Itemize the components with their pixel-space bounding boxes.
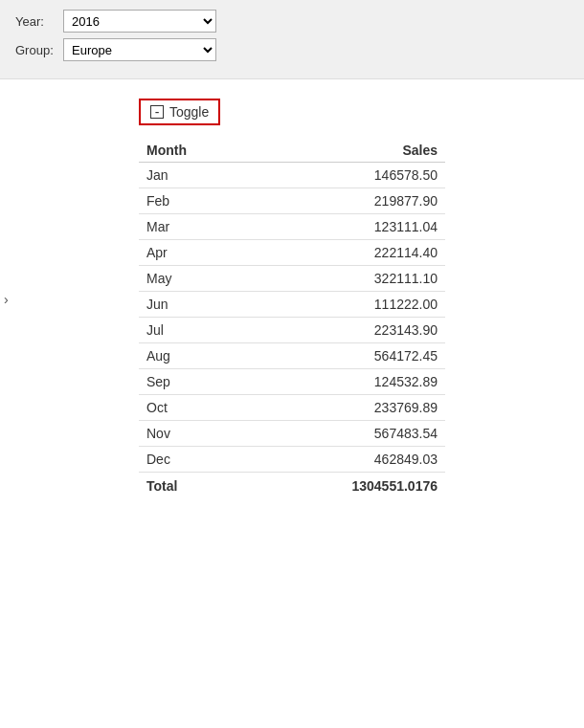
table-row: Aug564172.45 [139, 343, 445, 369]
table-header-row: Month Sales [139, 139, 445, 163]
month-cell: Apr [139, 240, 247, 266]
month-cell: May [139, 266, 247, 292]
side-arrow-icon[interactable]: › [4, 292, 9, 307]
month-cell: Nov [139, 421, 247, 447]
table-row: Apr222114.40 [139, 240, 445, 266]
group-filter-row: Group: Europe [15, 38, 569, 61]
table-body: Jan146578.50Feb219877.90Mar123111.04Apr2… [139, 163, 445, 473]
month-cell: Dec [139, 447, 247, 473]
total-value: 1304551.0176 [247, 473, 445, 500]
sales-cell: 322111.10 [247, 266, 445, 292]
sales-cell: 462849.03 [247, 447, 445, 473]
table-row: Sep124532.89 [139, 369, 445, 395]
total-label: Total [139, 473, 247, 500]
month-cell: Mar [139, 214, 247, 240]
sales-cell: 123111.04 [247, 214, 445, 240]
month-cell: Oct [139, 395, 247, 421]
sales-cell: 111222.00 [247, 292, 445, 318]
toggle-label: Toggle [169, 104, 209, 120]
table-row: Oct233769.89 [139, 395, 445, 421]
month-cell: Jan [139, 163, 247, 188]
sales-cell: 219877.90 [247, 188, 445, 214]
year-label: Year: [15, 14, 63, 29]
month-column-header: Month [139, 139, 247, 163]
sales-table: Month Sales Jan146578.50Feb219877.90Mar1… [139, 139, 445, 499]
group-label: Group: [15, 43, 63, 57]
toggle-button[interactable]: Toggle [139, 99, 220, 125]
month-cell: Jul [139, 318, 247, 343]
table-container: Toggle Month Sales Jan146578.50Feb219877… [139, 99, 445, 499]
group-select[interactable]: Europe [63, 38, 216, 61]
year-filter-row: Year: 2016 [15, 10, 569, 33]
sales-cell: 564172.45 [247, 343, 445, 369]
table-row: Jun111222.00 [139, 292, 445, 318]
sales-cell: 223143.90 [247, 318, 445, 343]
table-row: Dec462849.03 [139, 447, 445, 473]
table-row: Nov567483.54 [139, 421, 445, 447]
month-cell: Sep [139, 369, 247, 395]
table-row: Mar123111.04 [139, 214, 445, 240]
month-cell: Jun [139, 292, 247, 318]
main-content: › Toggle Month Sales Jan146578.50Feb2198… [0, 79, 584, 518]
sales-column-header: Sales [247, 139, 445, 163]
table-row: May322111.10 [139, 266, 445, 292]
filter-panel: Year: 2016 Group: Europe [0, 0, 584, 79]
table-row: Jul223143.90 [139, 318, 445, 343]
sales-cell: 124532.89 [247, 369, 445, 395]
sales-cell: 146578.50 [247, 163, 445, 188]
table-row: Jan146578.50 [139, 163, 445, 188]
sales-cell: 567483.54 [247, 421, 445, 447]
year-select[interactable]: 2016 [63, 10, 216, 33]
month-cell: Feb [139, 188, 247, 214]
table-row: Feb219877.90 [139, 188, 445, 214]
total-row: Total 1304551.0176 [139, 473, 445, 500]
month-cell: Aug [139, 343, 247, 369]
sales-cell: 233769.89 [247, 395, 445, 421]
sales-cell: 222114.40 [247, 240, 445, 266]
minus-box-icon [150, 105, 164, 119]
